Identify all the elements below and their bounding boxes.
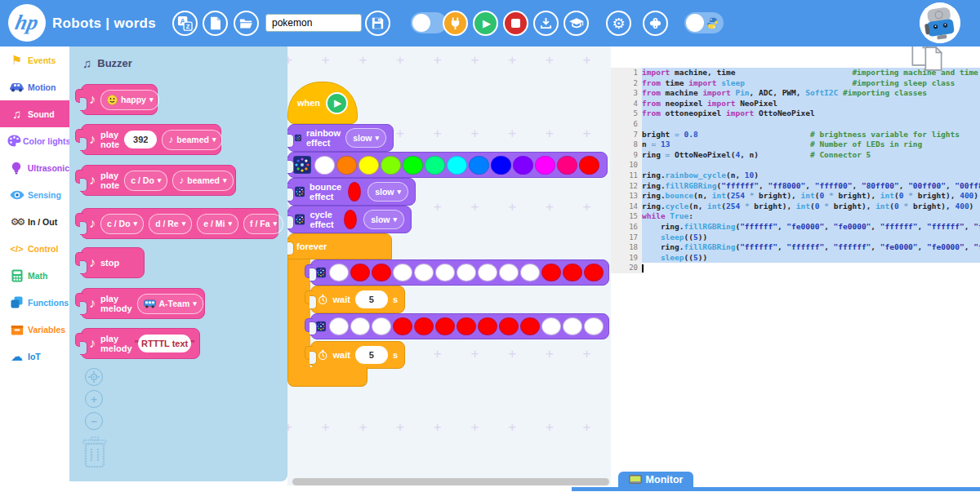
led-color[interactable] [414,317,434,335]
code-line[interactable]: ring.fillRGBRing("ffffff", "ffffff", "ff… [642,242,980,253]
dropdown[interactable]: c / Do▾ [124,171,167,191]
block-led-ring-colors[interactable] [310,259,609,286]
speed-dropdown[interactable]: slow▾ [363,210,404,229]
sidebar-item-sound[interactable]: ♫Sound [0,100,69,127]
led-color[interactable] [414,264,434,281]
led-color[interactable] [491,156,511,175]
led-color[interactable] [336,156,357,175]
led-color[interactable] [579,156,599,175]
led-color[interactable] [372,264,391,281]
block-led-ring-colors[interactable] [310,313,609,339]
code-line[interactable]: n = 13 # Number of LEDs in ring [642,140,980,150]
python-extensions-button[interactable] [643,11,668,36]
monitor-tab[interactable]: Monitor [618,472,693,488]
connect-device-button[interactable] [443,11,468,36]
value-input[interactable]: " RTTTL text " [138,335,191,352]
sidebar-item-in-out[interactable]: ⚙⚙In / Out [0,208,69,235]
duration-input[interactable]: 5 [355,290,388,308]
code-line[interactable]: ring.fillRGBRing("ffffff", "fe0000", "fe… [642,222,980,233]
led-color[interactable] [541,317,561,335]
code-line[interactable]: from machine import Pin, ADC, PWM, SoftI… [642,88,980,99]
speed-dropdown[interactable]: slow▾ [345,128,386,148]
palette-block-play-note-sequence[interactable]: ♪c / Do▾d / Re▾e / Mi▾f / Fa▾♪▾ [81,208,278,239]
dropdown[interactable]: f / Fa▾ [243,214,283,234]
open-project-button[interactable] [234,11,259,36]
palette-block-play-emotion[interactable]: ♪happy▾ [81,84,158,115]
translate-button[interactable]: AZ [172,11,198,36]
led-color[interactable] [499,264,519,281]
block-rainbow-effect[interactable]: rainbow effect slow▾ [287,124,394,152]
code-line[interactable]: ring.rainbow_cycle(n, 10) [642,171,980,181]
dropdown[interactable]: c / Do▾ [100,214,144,234]
led-color[interactable] [393,264,412,281]
sidebar-item-color-lights[interactable]: Color lights [0,127,69,154]
led-color[interactable] [425,156,445,175]
sidebar-item-sensing[interactable]: Sensing [0,181,69,208]
copy-code-button[interactable] [918,47,944,71]
led-color[interactable] [584,317,604,335]
palette-block-play-melody[interactable]: ♪play melodyA-Team▾ [81,288,205,319]
led-color[interactable] [329,264,349,281]
palette-block-play-note[interactable]: ♪play notec / Do▾♪beamed▾ [81,165,236,196]
code-line[interactable] [642,160,980,171]
led-color[interactable] [393,317,412,335]
led-color[interactable] [469,156,489,175]
led-color[interactable] [557,156,577,175]
sidebar-item-iot[interactable]: ☁IoT [0,343,69,370]
code-line[interactable]: sleep((5)) [642,233,980,243]
trash-can[interactable] [82,437,108,472]
led-color[interactable] [447,156,467,175]
code-line[interactable]: from ottoneopixel import OttoNeoPixel [642,109,980,119]
led-color[interactable] [435,317,455,335]
block-cycle-effect[interactable]: cycle effect slow▾ [287,206,412,233]
led-color[interactable] [314,156,335,175]
led-color[interactable] [435,264,455,281]
zoom-out-button[interactable]: − [85,412,103,430]
sidebar-item-control[interactable]: </>Control [0,235,69,262]
palette-block-stop[interactable]: ♪stop [81,247,145,278]
led-color[interactable] [359,156,379,175]
block-forever[interactable]: forever [287,233,392,259]
block-wait[interactable]: wait 5 s [310,286,405,313]
led-color[interactable] [403,156,423,175]
sidebar-item-events[interactable]: ⚑Events [0,47,69,73]
project-name-input[interactable] [265,14,362,32]
center-view-button[interactable] [85,368,103,386]
python-code-panel[interactable]: 123456789101112131415▾1617181920 import … [611,47,980,488]
sidebar-item-functions[interactable]: Functions [0,289,69,316]
duration-input[interactable]: 5 [355,346,388,364]
led-color[interactable] [520,317,540,335]
speed-dropdown[interactable]: slow▾ [368,182,408,202]
sidebar-item-math[interactable]: Math [0,262,69,289]
code-line[interactable]: ring = OttoNeoPixel(4, n) # Connector 5 [642,150,980,161]
palette-block-play-note-frequency[interactable]: ♪play note392♪beamed▾ [81,124,221,155]
led-color[interactable] [457,264,476,281]
led-color[interactable] [563,317,582,335]
led-color[interactable] [329,317,349,335]
code-line[interactable]: ring.cycle(n, int(254 * bright), int(0 *… [642,202,980,212]
dropdown[interactable]: ♪beamed▾ [162,130,222,150]
stop-button[interactable] [503,11,528,36]
sidebar-item-motion[interactable]: Motion [0,73,69,100]
download-button[interactable] [533,11,559,36]
code-editor[interactable]: import machine, time #importing machine … [642,68,980,273]
led-color[interactable] [478,264,497,281]
block-bounce-effect[interactable]: bounce effect slow▾ [287,178,416,206]
robot-avatar[interactable] [920,2,960,43]
code-line[interactable]: ring.fillRGBRing("ffffff", "ff8000", "ff… [642,181,980,192]
new-file-button[interactable] [203,11,228,36]
code-line[interactable]: from neopixel import NeoPixel [642,99,980,109]
code-line[interactable]: sleep((5)) [642,253,980,264]
color-swatch[interactable] [348,182,361,202]
block-wait[interactable]: wait 5 s [310,341,405,369]
connection-toggle[interactable] [411,12,447,33]
block-when-started[interactable]: when ▶ [287,82,358,124]
led-color[interactable] [457,317,476,335]
sidebar-item-ultrasonic[interactable]: Ultrasonic [0,154,69,181]
palette-block-play-melody-rtttl[interactable]: ♪play melody" RTTTL text " [81,328,200,359]
color-swatch[interactable] [344,210,357,229]
save-button[interactable] [365,11,390,36]
learn-button[interactable] [564,11,589,36]
block-led-ring-colors[interactable] [287,152,608,178]
dropdown[interactable]: e / Mi▾ [197,214,238,234]
